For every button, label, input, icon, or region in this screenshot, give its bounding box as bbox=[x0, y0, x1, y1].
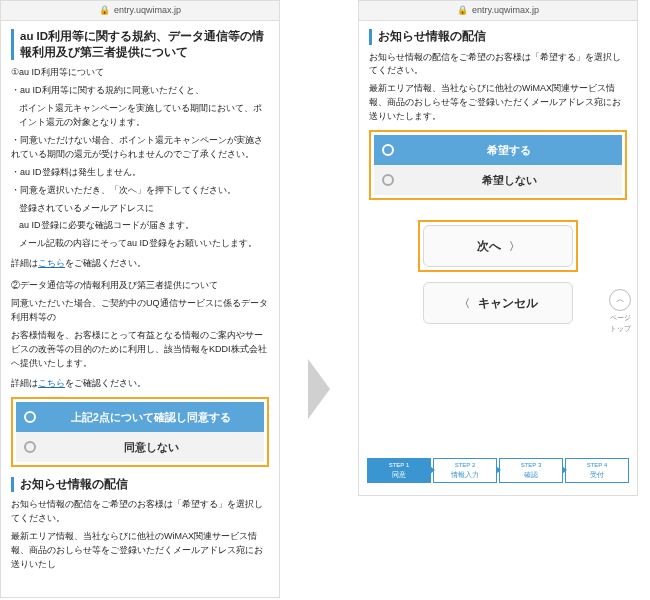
detail-link-1[interactable]: こちら bbox=[38, 258, 65, 268]
agree-option-no[interactable]: 同意しない bbox=[16, 432, 264, 462]
page-top-button[interactable]: ︿ ページ トップ bbox=[609, 289, 631, 335]
heading-2: ②データ通信等の情報利用及び第三者提供について bbox=[11, 279, 269, 293]
url-bar: 🔒 entry.uqwimax.jp bbox=[1, 1, 279, 21]
next-button-highlight: 次へ〉 bbox=[418, 220, 578, 272]
detail-line-2: 詳細はこちらをご確認ください。 bbox=[11, 377, 269, 391]
agree-option-group: 上記2点について確認し同意する 同意しない bbox=[11, 397, 269, 467]
radio-icon bbox=[382, 144, 394, 156]
wish-option-no[interactable]: 希望しない bbox=[374, 165, 622, 195]
chevron-right-icon: 〉 bbox=[509, 238, 520, 255]
step-indicator: STEP 1同意 STEP 2情報入力 STEP 3確認 STEP 4受付 bbox=[359, 452, 637, 489]
left-screen: 🔒 entry.uqwimax.jp au ID利用等に関する規約、データ通信等… bbox=[0, 0, 280, 598]
agree-option-yes[interactable]: 上記2点について確認し同意する bbox=[16, 402, 264, 432]
step-2: STEP 2情報入力 bbox=[433, 458, 497, 483]
cancel-button[interactable]: 〈キャンセル bbox=[423, 282, 573, 324]
radio-icon bbox=[24, 441, 36, 453]
step-4: STEP 4受付 bbox=[565, 458, 629, 483]
section-title-1: au ID利用等に関する規約、データ通信等の情報利用及び第三者提供について bbox=[20, 29, 269, 60]
step-3: STEP 3確認 bbox=[499, 458, 563, 483]
heading-1: ①au ID利用等について bbox=[11, 66, 269, 80]
radio-icon bbox=[24, 411, 36, 423]
chevron-left-icon: 〈 bbox=[459, 295, 470, 312]
section-title: お知らせ情報の配信 bbox=[378, 29, 486, 45]
lock-icon: 🔒 bbox=[99, 4, 110, 18]
chevron-up-icon: ︿ bbox=[609, 289, 631, 311]
url-text: entry.uqwimax.jp bbox=[114, 4, 181, 18]
step-1: STEP 1同意 bbox=[367, 458, 431, 483]
url-bar: 🔒 entry.uqwimax.jp bbox=[359, 1, 637, 21]
detail-line-1: 詳細はこちらをご確認ください。 bbox=[11, 257, 269, 271]
right-screen: 🔒 entry.uqwimax.jp お知らせ情報の配信 お知らせ情報の配信をご… bbox=[358, 0, 638, 496]
url-text: entry.uqwimax.jp bbox=[472, 4, 539, 18]
wish-option-group: 希望する 希望しない bbox=[369, 130, 627, 200]
lock-icon: 🔒 bbox=[457, 4, 468, 18]
flow-arrow-icon bbox=[308, 359, 330, 419]
svg-marker-0 bbox=[308, 359, 330, 419]
wish-option-yes[interactable]: 希望する bbox=[374, 135, 622, 165]
section-title-2: お知らせ情報の配信 bbox=[20, 477, 128, 493]
detail-link-2[interactable]: こちら bbox=[38, 378, 65, 388]
next-button[interactable]: 次へ〉 bbox=[423, 225, 573, 267]
radio-icon bbox=[382, 174, 394, 186]
